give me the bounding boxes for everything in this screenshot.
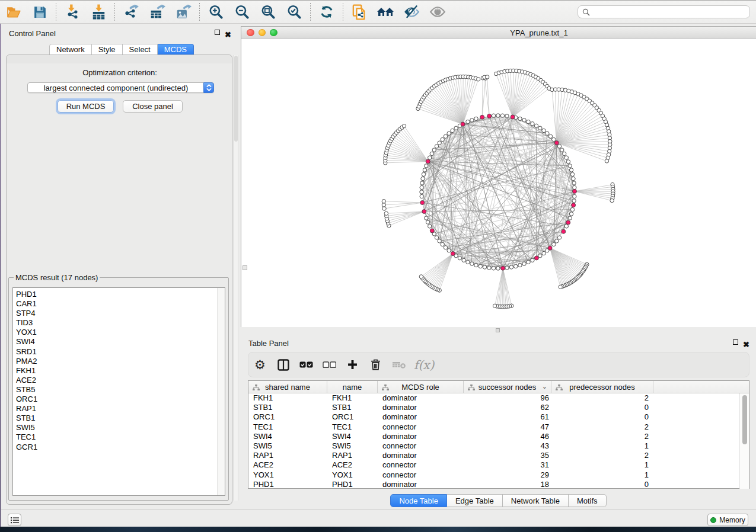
- node[interactable]: [527, 120, 530, 123]
- table-options-gear-button[interactable]: ⚙: [248, 354, 272, 376]
- save-session-button[interactable]: [27, 2, 53, 22]
- node[interactable]: [572, 181, 576, 185]
- dominator-node[interactable]: [426, 159, 430, 164]
- node[interactable]: [486, 75, 489, 79]
- control-panel-scrollbar[interactable]: [233, 55, 238, 501]
- cell-predecessor-nodes[interactable]: 0: [551, 403, 653, 412]
- task-history-button[interactable]: [8, 514, 21, 526]
- column-header-name[interactable]: name: [327, 381, 378, 393]
- node[interactable]: [470, 118, 474, 122]
- select-all-checks-button[interactable]: [295, 354, 318, 376]
- node[interactable]: [421, 177, 425, 180]
- float-table-panel-icon[interactable]: [733, 339, 738, 345]
- node[interactable]: [570, 208, 574, 211]
- cell-name[interactable]: ACE2: [327, 460, 378, 470]
- dominator-node[interactable]: [461, 122, 465, 126]
- node[interactable]: [531, 258, 534, 262]
- node[interactable]: [557, 236, 561, 239]
- export-table-button[interactable]: [144, 2, 170, 22]
- cell-successor-nodes[interactable]: 47: [464, 422, 551, 432]
- node[interactable]: [441, 137, 444, 141]
- node[interactable]: [559, 285, 562, 289]
- node[interactable]: [420, 190, 423, 194]
- cell-successor-nodes[interactable]: 29: [464, 470, 551, 480]
- node[interactable]: [509, 265, 513, 269]
- import-network-button[interactable]: [59, 2, 85, 22]
- tab-motifs[interactable]: Motifs: [569, 494, 607, 507]
- cell-successor-nodes[interactable]: 61: [464, 412, 551, 422]
- run-mcds-button[interactable]: Run MCDS: [58, 100, 114, 113]
- mcds-result-item[interactable]: SWI5: [13, 423, 225, 432]
- node[interactable]: [474, 117, 478, 120]
- cell-predecessor-nodes[interactable]: 2: [551, 393, 653, 403]
- node[interactable]: [428, 156, 432, 159]
- cell-MCDS-role[interactable]: dominator: [378, 403, 464, 412]
- cell-successor-nodes[interactable]: 31: [464, 460, 551, 470]
- dominator-node[interactable]: [501, 266, 505, 270]
- vertical-splitter-handle[interactable]: [243, 265, 247, 270]
- cell-name[interactable]: TEC1: [327, 422, 378, 432]
- node[interactable]: [557, 145, 561, 148]
- node[interactable]: [435, 236, 438, 239]
- dominator-node[interactable]: [422, 210, 426, 214]
- node[interactable]: [382, 207, 386, 210]
- cell-successor-nodes[interactable]: 96: [464, 393, 551, 403]
- cell-name[interactable]: ORC1: [327, 412, 378, 422]
- column-header-MCDS-role[interactable]: MCDS role: [378, 381, 464, 393]
- tab-network-table[interactable]: Network Table: [503, 494, 569, 507]
- dominator-node[interactable]: [480, 115, 484, 119]
- node[interactable]: [505, 266, 509, 270]
- table-row[interactable]: STB1STB1dominator620: [248, 403, 749, 412]
- cell-name[interactable]: SWI4: [327, 432, 378, 441]
- table-row[interactable]: YOX1YOX1connector291: [248, 470, 749, 480]
- cell-successor-nodes[interactable]: 62: [464, 403, 551, 412]
- node[interactable]: [419, 275, 423, 278]
- mcds-result-item[interactable]: STB5: [13, 385, 225, 395]
- dominator-node[interactable]: [548, 246, 552, 250]
- node[interactable]: [462, 258, 465, 262]
- network-canvas[interactable]: [241, 39, 756, 327]
- refresh-button[interactable]: [314, 2, 340, 22]
- node[interactable]: [454, 126, 458, 130]
- cell-successor-nodes[interactable]: 18: [464, 480, 551, 489]
- node[interactable]: [428, 225, 432, 228]
- node[interactable]: [564, 156, 568, 159]
- table-row[interactable]: RAP1RAP1dominator352: [248, 451, 749, 460]
- table-row[interactable]: SWI4SWI4dominator462: [248, 432, 749, 441]
- node[interactable]: [423, 168, 426, 172]
- first-neighbors-button[interactable]: [372, 2, 398, 22]
- node[interactable]: [425, 164, 428, 168]
- node[interactable]: [496, 114, 500, 117]
- node[interactable]: [402, 124, 406, 128]
- add-row-button[interactable]: [341, 354, 364, 376]
- node[interactable]: [422, 172, 425, 176]
- tab-network[interactable]: Network: [49, 44, 92, 55]
- node[interactable]: [534, 124, 538, 127]
- node[interactable]: [538, 254, 542, 258]
- column-header-successor-nodes[interactable]: successor nodes⌄: [464, 381, 551, 393]
- node[interactable]: [493, 304, 496, 307]
- cell-MCDS-role[interactable]: dominator: [378, 393, 464, 403]
- tab-style[interactable]: Style: [92, 44, 123, 55]
- node[interactable]: [552, 137, 556, 141]
- node[interactable]: [572, 199, 576, 203]
- mcds-list-scrollbar[interactable]: [217, 288, 225, 495]
- node[interactable]: [425, 216, 428, 220]
- node[interactable]: [538, 126, 542, 130]
- mcds-result-item[interactable]: STP4: [13, 309, 225, 318]
- export-image-button[interactable]: [170, 2, 196, 22]
- dominator-node[interactable]: [534, 256, 538, 260]
- cell-shared-name[interactable]: TEC1: [248, 422, 327, 432]
- cell-successor-nodes[interactable]: 46: [464, 432, 551, 441]
- mcds-result-item[interactable]: YOX1: [13, 328, 225, 337]
- node[interactable]: [552, 242, 556, 246]
- network-graph[interactable]: [241, 39, 756, 327]
- node[interactable]: [566, 160, 570, 164]
- node[interactable]: [572, 177, 575, 180]
- dominator-node[interactable]: [554, 141, 559, 145]
- column-header-shared-name[interactable]: shared name: [248, 381, 327, 393]
- cell-predecessor-nodes[interactable]: 2: [551, 432, 653, 441]
- mcds-result-list[interactable]: PHD1CAR1STP4TID3YOX1SWI4SRD1PMA2FKH1ACE2…: [12, 287, 225, 496]
- node[interactable]: [483, 265, 486, 269]
- node[interactable]: [522, 118, 526, 122]
